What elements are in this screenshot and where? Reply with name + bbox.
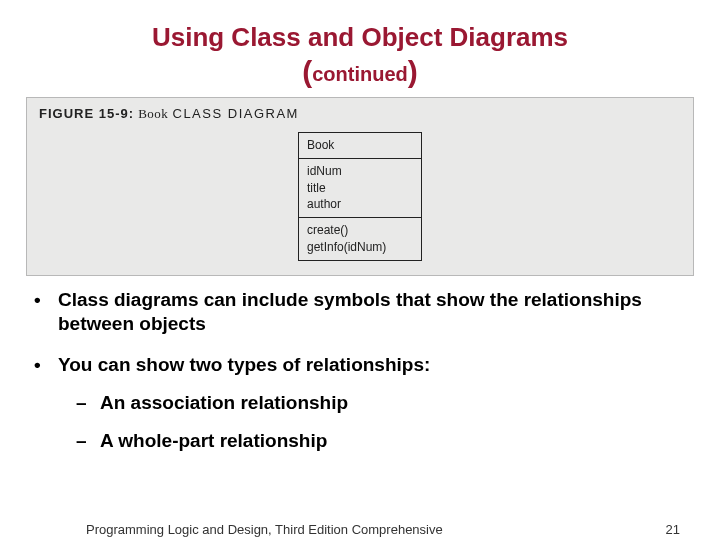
bullet-item: You can show two types of relationships:… bbox=[54, 353, 690, 452]
slide-subtitle: (continued) bbox=[0, 55, 720, 89]
sub-bullet-item: A whole-part relationship bbox=[100, 429, 660, 453]
figure-panel: FIGURE 15-9: Book CLASS DIAGRAM Book idN… bbox=[26, 97, 694, 276]
sub-bullet-item: An association relationship bbox=[100, 391, 660, 415]
class-diagram-box: Book idNum title author create() getInfo… bbox=[298, 132, 422, 261]
class-name-section: Book bbox=[299, 133, 421, 159]
figure-caption: FIGURE 15-9: Book CLASS DIAGRAM bbox=[39, 106, 681, 122]
slide-title: Using Class and Object Diagrams bbox=[0, 0, 720, 53]
page-number: 21 bbox=[666, 522, 680, 537]
bullet-item: Class diagrams can include symbols that … bbox=[54, 288, 690, 336]
slide-content: Class diagrams can include symbols that … bbox=[0, 276, 720, 453]
footer-text: Programming Logic and Design, Third Edit… bbox=[86, 522, 443, 537]
class-attributes-section: idNum title author bbox=[299, 159, 421, 218]
class-methods-section: create() getInfo(idNum) bbox=[299, 218, 421, 260]
